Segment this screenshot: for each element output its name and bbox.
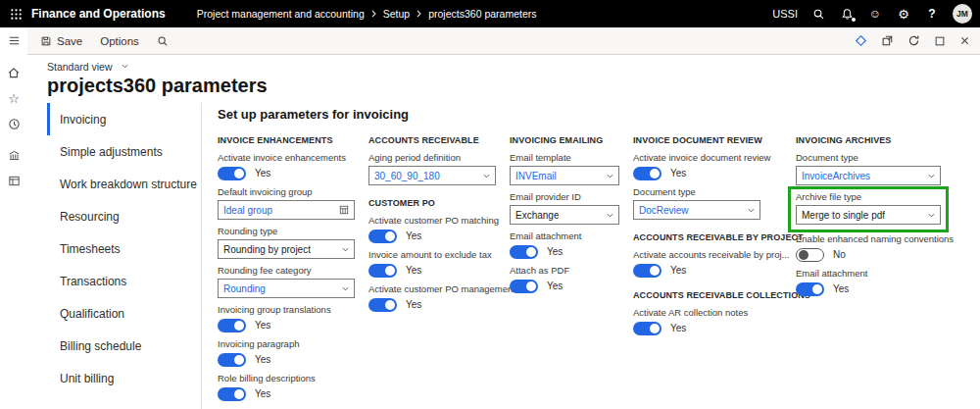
tab-billing-schedule[interactable]: Billing schedule — [47, 330, 201, 362]
recent-clock-icon[interactable] — [0, 111, 27, 136]
notification-badge — [852, 18, 856, 22]
left-nav-strip: ☆ — [0, 27, 27, 409]
field-email-template: Email template INVEmail — [510, 152, 619, 185]
field-columns: INVOICE ENHANCEMENTS Activate invoice en… — [218, 135, 970, 407]
toggle[interactable] — [633, 167, 662, 180]
hamburger-menu-icon[interactable] — [0, 27, 27, 54]
breadcrumb-item[interactable]: Setup — [383, 8, 410, 20]
feedback-smiley-icon[interactable]: ☺ — [867, 4, 883, 24]
email-provider-id-select[interactable]: Exchange — [510, 205, 619, 225]
breadcrumb-item[interactable]: Project management and accounting — [197, 8, 365, 20]
toggle[interactable] — [510, 245, 538, 259]
toggle-value: No — [833, 249, 846, 260]
field-label: Activate customer PO management — [368, 283, 496, 294]
tab-unit-billing[interactable]: Unit billing — [47, 362, 201, 394]
search-icon[interactable] — [810, 4, 826, 24]
close-icon[interactable] — [959, 35, 970, 46]
column-invoicing-archives: INVOICING ARCHIVES Document type Invoice… — [796, 135, 941, 407]
toggle[interactable] — [510, 280, 538, 293]
chevron-down-icon — [483, 174, 490, 179]
options-button[interactable]: Options — [91, 27, 148, 54]
favorites-star-icon[interactable]: ☆ — [0, 85, 27, 111]
notifications-bell-icon[interactable] — [839, 4, 855, 24]
view-label: Standard view — [47, 61, 113, 73]
rounding-fee-category-select[interactable]: Rounding — [218, 279, 355, 298]
app-title[interactable]: Finance and Operations — [31, 7, 166, 21]
field-activate-customer-po-management: Activate customer PO management Yes — [368, 283, 496, 312]
waffle-menu-icon[interactable] — [0, 0, 31, 27]
save-icon — [40, 35, 52, 47]
field-activate-ar-by-project: Activate accounts receivable by proj... … — [633, 249, 782, 278]
forms-list-icon[interactable] — [0, 168, 27, 193]
field-invoicing-group-translations: Invoicing group translations Yes — [218, 304, 355, 332]
personalize-diamond-icon[interactable] — [855, 34, 867, 47]
column-invoice-document-review: INVOICE DOCUMENT REVIEW Activate invoice… — [633, 135, 782, 407]
toggle-value: Yes — [406, 299, 421, 310]
help-icon[interactable]: ? — [924, 4, 940, 24]
field-default-invoicing-group: Default invoicing group Ideal group — [218, 186, 355, 220]
tab-resourcing[interactable]: Resourcing — [47, 200, 201, 232]
field-label: Activate accounts receivable by proj... — [633, 249, 782, 260]
tab-timesheets[interactable]: Timesheets — [47, 232, 201, 265]
email-template-select[interactable]: INVEmail — [510, 166, 619, 185]
document-type-archives-select[interactable]: InvoiceArchives — [796, 166, 941, 185]
chevron-down-icon — [607, 174, 613, 179]
tab-qualification[interactable]: Qualification — [47, 297, 201, 330]
toggle[interactable] — [218, 353, 246, 367]
default-invoicing-group-input[interactable]: Ideal group — [218, 200, 355, 220]
view-selector[interactable]: Standard view — [47, 60, 980, 73]
tab-transactions[interactable]: Transactions — [47, 265, 201, 297]
home-icon[interactable] — [0, 60, 27, 85]
open-in-new-window-icon[interactable] — [881, 34, 894, 47]
options-label: Options — [100, 35, 139, 47]
toggle[interactable] — [633, 264, 662, 278]
toggle[interactable] — [218, 167, 246, 180]
content-area: Invoicing Simple adjustments Work breakd… — [27, 103, 980, 409]
section-title: INVOICE DOCUMENT REVIEW — [633, 135, 782, 145]
field-label: Attach as PDF — [510, 265, 619, 276]
lookup-grid-icon[interactable] — [339, 205, 349, 215]
toggle[interactable] — [796, 282, 824, 296]
refresh-icon[interactable] — [907, 34, 920, 47]
toggle-value: Yes — [255, 354, 270, 365]
field-email-attachment-archives: Email attachment Yes — [796, 268, 941, 296]
tab-invoicing[interactable]: Invoicing — [47, 103, 201, 135]
field-activate-ar-collection-notes: Activate AR collection notes Yes — [633, 307, 782, 335]
maximize-icon[interactable] — [934, 35, 946, 47]
document-type-review-select[interactable]: DocReview — [633, 200, 760, 220]
field-document-type-archives: Document type InvoiceArchives — [796, 152, 941, 185]
actionbar-search-icon[interactable] — [148, 27, 177, 54]
settings-gear-icon[interactable]: ⚙ — [896, 4, 911, 24]
chevron-down-icon — [928, 174, 935, 179]
select-value: Rounding by project — [223, 244, 311, 255]
toggle[interactable] — [368, 298, 397, 312]
company-bank-icon[interactable] — [0, 142, 27, 168]
archive-file-type-select[interactable]: Merge to single pdf — [796, 205, 941, 225]
tab-work-breakdown-structure[interactable]: Work breakdown structure — [47, 168, 201, 200]
help-glyph: ? — [928, 8, 935, 20]
field-label: Role billing descriptions — [218, 373, 355, 383]
toggle[interactable] — [218, 387, 246, 401]
select-value: Merge to single pdf — [802, 210, 885, 221]
page-header: Standard view projects360 parameters — [27, 55, 980, 103]
aging-period-definition-select[interactable]: 30_60_90_180 — [368, 166, 496, 185]
section-title: INVOICING EMAILING — [510, 135, 619, 145]
toggle[interactable] — [368, 264, 397, 278]
field-document-type-review: Document type DocReview — [633, 186, 782, 220]
save-button[interactable]: Save — [31, 27, 91, 54]
tab-simple-adjustments[interactable]: Simple adjustments — [47, 135, 201, 168]
toggle[interactable] — [218, 319, 246, 332]
rounding-type-select[interactable]: Rounding by project — [218, 239, 355, 259]
field-label: Activate AR collection notes — [633, 307, 782, 318]
toggle[interactable] — [368, 230, 397, 243]
field-label: Archive file type — [796, 191, 941, 202]
avatar[interactable]: JM — [953, 4, 972, 24]
breadcrumb-item[interactable]: projects360 parameters — [428, 8, 536, 20]
section-title: INVOICING ARCHIVES — [796, 135, 941, 145]
toggle[interactable] — [796, 248, 824, 262]
field-invoicing-paragraph: Invoicing paragraph Yes — [218, 338, 355, 367]
toggle-value: Yes — [406, 230, 421, 241]
toggle[interactable] — [633, 322, 662, 335]
select-value: DocReview — [639, 205, 689, 216]
company-picker[interactable]: USSI — [772, 8, 798, 20]
